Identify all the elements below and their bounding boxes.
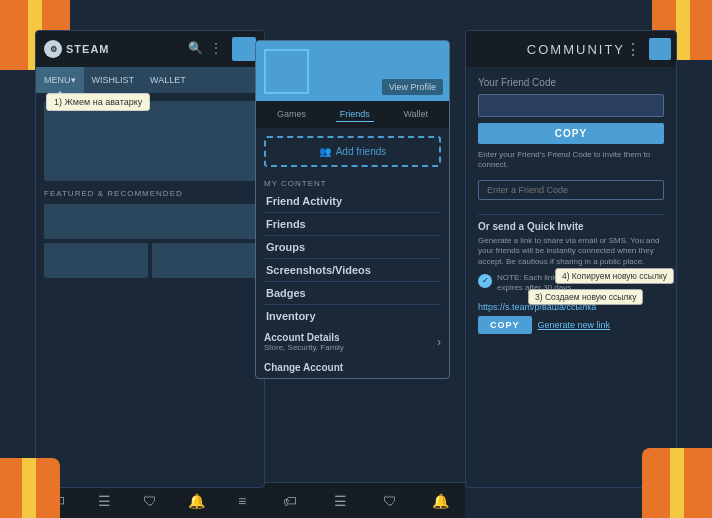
menu-friend-activity[interactable]: Friend Activity (264, 190, 441, 213)
account-details-arrow: › (437, 335, 441, 349)
community-header-right: ⋮ (625, 38, 671, 60)
gift-decoration-bottom-left (0, 458, 60, 518)
left-panel: ⚙ STEAM 🔍 ⋮ MENU ▾ 1) Жмем на аватарку W… (35, 30, 265, 488)
quick-invite-desc: Generate a link to share via email or SM… (478, 236, 664, 267)
my-content-label: MY CONTENT (256, 175, 449, 190)
middle-bottom-nav-tag-icon[interactable]: 🏷 (281, 492, 299, 510)
featured-image-1 (44, 204, 256, 239)
featured-images (44, 204, 256, 278)
menu-friends[interactable]: Friends (264, 213, 441, 236)
friend-code-section-title: Your Friend Code (478, 77, 664, 88)
add-friends-button[interactable]: 👥 Add friends (264, 136, 441, 167)
popup-tabs: Games Friends Wallet (256, 101, 449, 128)
steam-header-icons: 🔍 ⋮ (188, 37, 256, 61)
profile-banner (44, 101, 256, 181)
bottom-nav-shield-icon[interactable]: 🛡 (141, 492, 159, 510)
menu-items: Friend Activity Friends Groups Screensho… (256, 190, 449, 327)
view-profile-button[interactable]: View Profile (382, 79, 443, 95)
helper-text: Enter your Friend's Friend Code to invit… (478, 150, 664, 171)
nav-wallet[interactable]: WALLET (142, 67, 194, 93)
popup-header: ‹ 2) «Добавить друзей» View Profile (256, 41, 449, 101)
middle-bottom-nav-shield-icon[interactable]: 🛡 (381, 492, 399, 510)
community-more-icon[interactable]: ⋮ (625, 40, 641, 59)
tab-friends[interactable]: Friends (336, 107, 374, 122)
community-header: Your Friend Code COMMUNITY ⋮ (466, 31, 676, 67)
tab-wallet[interactable]: Wallet (399, 107, 432, 122)
featured-image-3 (152, 243, 256, 278)
middle-bottom-nav-list-icon[interactable]: ☰ (331, 492, 349, 510)
divider (478, 214, 664, 215)
more-icon[interactable]: ⋮ (210, 41, 226, 57)
menu-groups[interactable]: Groups (264, 236, 441, 259)
bottom-nav-bell-icon[interactable]: 🔔 (187, 492, 205, 510)
add-friends-label: Add friends (336, 146, 387, 157)
tooltip-click-avatar: 1) Жмем на аватарку (46, 93, 150, 111)
community-main-title: COMMUNITY (527, 42, 625, 57)
add-friends-icon: 👥 (319, 146, 331, 157)
friend-code-input[interactable] (478, 94, 664, 117)
popup-avatar (264, 49, 309, 94)
menu-screenshots[interactable]: Screenshots/Videos (264, 259, 441, 282)
tooltip-copy-link: 4) Копируем новую ссылку (555, 268, 674, 284)
bottom-nav-list-icon[interactable]: ☰ (95, 492, 113, 510)
gift-decoration-bottom-right (642, 448, 712, 518)
user-avatar-header[interactable] (232, 37, 256, 61)
community-avatar[interactable] (649, 38, 671, 60)
community-content: Your Friend Code COPY Enter your Friend'… (466, 67, 676, 344)
menu-badges[interactable]: Badges (264, 282, 441, 305)
nav-wishlist[interactable]: WISHLIST (84, 67, 143, 93)
left-content: FEATURED & RECOMMENDED (36, 93, 264, 286)
copy-link-button[interactable]: COPY (478, 316, 532, 334)
account-details-item[interactable]: Account Details Store, Security, Family … (256, 327, 449, 357)
main-container: ⚙ STEAM 🔍 ⋮ MENU ▾ 1) Жмем на аватарку W… (35, 30, 677, 488)
tooltip-generate-link: 3) Создаем новую ссылку (528, 289, 643, 305)
steam-header: ⚙ STEAM 🔍 ⋮ (36, 31, 264, 67)
change-account-item[interactable]: Change Account (256, 357, 449, 378)
steam-nav: MENU ▾ 1) Жмем на аватарку WISHLIST WALL… (36, 67, 264, 93)
middle-panel: ‹ 2) «Добавить друзей» View Profile Game… (265, 30, 465, 488)
menu-inventory[interactable]: Inventory (264, 305, 441, 327)
right-panel: Your Friend Code COMMUNITY ⋮ Your Friend… (465, 30, 677, 488)
featured-image-row (44, 243, 256, 278)
change-account-text: Change Account (264, 362, 343, 373)
tab-games[interactable]: Games (273, 107, 310, 122)
search-icon[interactable]: 🔍 (188, 41, 204, 57)
featured-label: FEATURED & RECOMMENDED (44, 189, 256, 198)
enter-friend-code-input[interactable] (478, 180, 664, 200)
middle-bottom-nav-bell-icon[interactable]: 🔔 (431, 492, 449, 510)
generate-row: COPY Generate new link 3) Создаем новую … (478, 316, 664, 334)
profile-popup: ‹ 2) «Добавить друзей» View Profile Game… (255, 40, 450, 379)
steam-icon: ⚙ (44, 40, 62, 58)
featured-image-2 (44, 243, 148, 278)
nav-menu[interactable]: MENU ▾ 1) Жмем на аватарку (36, 67, 84, 93)
account-details-text: Account Details Store, Security, Family (264, 332, 344, 352)
check-icon: ✓ (478, 274, 492, 288)
copy-friend-code-button[interactable]: COPY (478, 123, 664, 144)
steam-title: STEAM (66, 43, 110, 55)
quick-invite-title: Or send a Quick Invite (478, 221, 664, 232)
steam-logo: ⚙ STEAM (44, 40, 110, 58)
bottom-nav-menu-icon[interactable]: ≡ (233, 492, 251, 510)
generate-link-button[interactable]: Generate new link (538, 320, 611, 330)
